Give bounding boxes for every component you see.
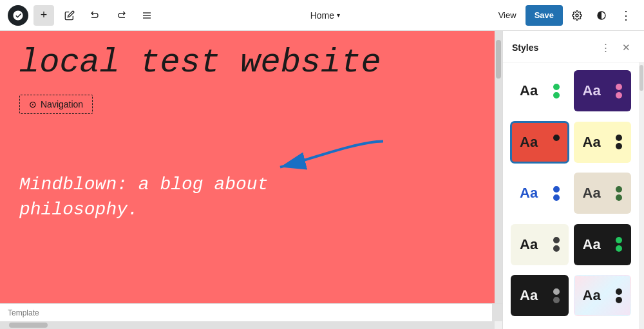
style-dot1-8 xyxy=(616,237,622,243)
appearance-toggle-button[interactable] xyxy=(591,5,612,26)
style-dot2-4 xyxy=(616,143,622,149)
styles-grid: AaAaAaAaAaAaAaAaAaAa xyxy=(503,62,639,329)
style-aa-text-5: Aa xyxy=(520,185,538,202)
style-dot2-10 xyxy=(616,297,622,303)
wp-logo-button[interactable] xyxy=(8,5,28,26)
style-dot2-7 xyxy=(553,245,560,252)
style-dots-5 xyxy=(553,186,560,201)
more-options-button[interactable]: ⋮ xyxy=(616,5,636,26)
style-dot2-1 xyxy=(553,92,560,99)
style-dots-1 xyxy=(553,84,560,99)
style-dots-8 xyxy=(616,237,622,252)
style-aa-text-2: Aa xyxy=(583,82,601,99)
toolbar-right: View Save ⋮ xyxy=(493,5,636,26)
style-dot2-6 xyxy=(616,194,622,201)
panel-close-button[interactable]: ✕ xyxy=(617,39,635,57)
style-aa-text-7: Aa xyxy=(520,236,538,253)
style-card-8[interactable]: Aa xyxy=(574,224,632,265)
style-dot1-4 xyxy=(616,135,622,141)
canvas-h-scrollbar[interactable] xyxy=(0,321,495,329)
style-card-7[interactable]: Aa xyxy=(511,224,569,265)
site-title: local test website xyxy=(0,31,495,88)
panel-more-button[interactable]: ⋮ xyxy=(596,39,614,57)
style-dot1-3 xyxy=(553,135,560,141)
settings-button[interactable] xyxy=(567,5,587,26)
style-dot1-5 xyxy=(553,186,560,193)
style-dot2-8 xyxy=(616,245,622,252)
canvas-v-scrollbar[interactable] xyxy=(495,31,502,303)
style-dot2-2 xyxy=(616,92,622,99)
style-aa-text-8: Aa xyxy=(583,236,601,253)
style-dot1-1 xyxy=(553,84,560,90)
page-title-area: Home ▾ xyxy=(162,8,488,23)
style-dot1-9 xyxy=(553,288,560,295)
style-dots-6 xyxy=(616,186,622,201)
style-dots-10 xyxy=(616,288,622,303)
svg-point-3 xyxy=(576,14,578,17)
save-button[interactable]: Save xyxy=(526,5,563,26)
blog-tagline: Mindblown: a blog aboutphilosophy. xyxy=(0,120,495,229)
style-dots-2 xyxy=(616,84,622,99)
style-card-2[interactable]: Aa xyxy=(574,70,632,111)
panel-header: Styles ⋮ ✕ xyxy=(503,31,644,62)
style-card-6[interactable]: Aa xyxy=(574,173,632,214)
pencil-tool-button[interactable] xyxy=(59,5,80,26)
canvas-wrapper: local test website ⊙ Navigation xyxy=(0,31,502,329)
template-label: Template xyxy=(8,308,39,317)
style-card-9[interactable]: Aa xyxy=(511,275,569,316)
scroll-corner-icon xyxy=(492,308,502,318)
view-button[interactable]: View xyxy=(493,8,522,23)
style-card-5[interactable]: Aa xyxy=(511,173,569,214)
style-dot2-9 xyxy=(553,297,560,303)
navigation-label: Navigation xyxy=(41,99,83,109)
panel-actions: ⋮ ✕ xyxy=(596,39,635,57)
style-dot2-3 xyxy=(553,143,560,149)
style-aa-text-1: Aa xyxy=(520,82,538,99)
styles-panel: Styles ⋮ ✕ AaAaAaAaAaAaAaAaAaAa xyxy=(502,31,644,329)
style-card-4[interactable]: Aa xyxy=(574,122,632,163)
style-aa-text-6: Aa xyxy=(583,185,601,202)
style-dot1-6 xyxy=(616,186,622,193)
style-dots-3 xyxy=(553,135,560,149)
main-area: local test website ⊙ Navigation xyxy=(0,31,644,329)
canvas-h-scrollbar-thumb[interactable] xyxy=(9,323,48,328)
canvas: local test website ⊙ Navigation xyxy=(0,31,495,303)
redo-button[interactable] xyxy=(111,5,131,26)
undo-button[interactable] xyxy=(85,5,106,26)
navigation-block[interactable]: ⊙ Navigation xyxy=(19,95,93,114)
style-dot1-7 xyxy=(553,237,560,243)
style-card-1[interactable]: Aa xyxy=(511,70,569,111)
style-dot1-10 xyxy=(616,288,622,295)
page-title-button[interactable]: Home ▾ xyxy=(305,8,345,23)
toolbar: + Home ▾ View Save ⋮ xyxy=(0,0,644,31)
style-dots-9 xyxy=(553,288,560,303)
style-dots-7 xyxy=(553,237,560,252)
style-dots-4 xyxy=(616,135,622,149)
style-aa-text-4: Aa xyxy=(583,134,601,151)
svg-rect-5 xyxy=(492,308,502,318)
style-aa-text-9: Aa xyxy=(520,287,538,304)
style-aa-text-3: Aa xyxy=(520,134,538,151)
canvas-bottom-bar: Template xyxy=(0,303,492,321)
navigation-icon: ⊙ xyxy=(29,99,37,109)
panel-title: Styles xyxy=(512,42,538,53)
style-card-10[interactable]: Aa xyxy=(574,275,632,316)
style-dot2-5 xyxy=(553,194,560,201)
canvas-v-scrollbar-thumb[interactable] xyxy=(496,40,501,79)
tools-button[interactable] xyxy=(137,5,157,26)
style-dot1-2 xyxy=(616,84,622,90)
add-block-button[interactable]: + xyxy=(33,5,54,26)
panel-v-scrollbar[interactable] xyxy=(639,62,644,329)
panel-v-scrollbar-thumb[interactable] xyxy=(639,65,643,91)
style-aa-text-10: Aa xyxy=(583,287,601,304)
style-card-3[interactable]: Aa xyxy=(511,122,569,163)
